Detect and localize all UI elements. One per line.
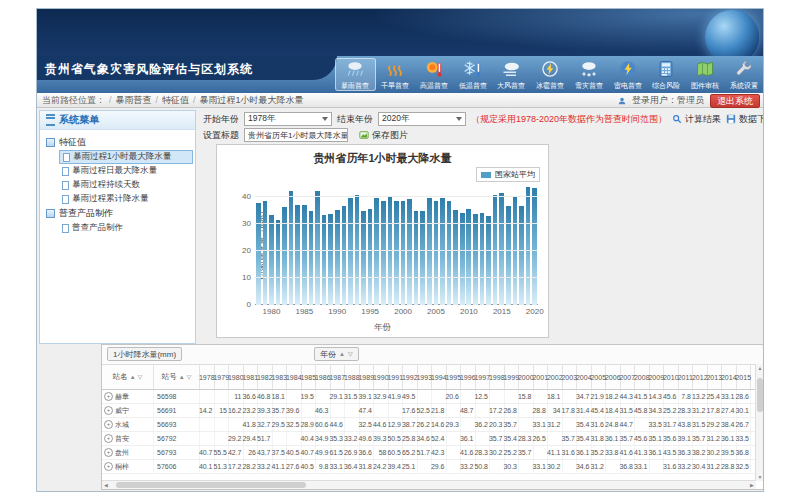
expand-row-icon[interactable]: + — [104, 392, 113, 401]
sidebar-item[interactable]: 暴雨过程持续天数 — [59, 178, 193, 192]
chart-bar[interactable] — [453, 210, 458, 305]
chart-bar[interactable] — [302, 205, 307, 305]
chart-bar[interactable] — [440, 198, 445, 305]
chart-bar[interactable] — [342, 206, 347, 305]
scroll-up-icon[interactable]: ▲ — [756, 364, 764, 372]
logout-button[interactable]: 退出系统 — [710, 94, 760, 108]
column-header-year[interactable]: 2007 — [621, 365, 636, 389]
column-header-year[interactable]: 1998 — [490, 365, 505, 389]
column-header-year[interactable]: 2013 — [708, 365, 723, 389]
sort-asc-icon[interactable]: ▲ — [339, 351, 345, 357]
chart-bar[interactable] — [460, 213, 465, 305]
vertical-scroll-thumb[interactable] — [757, 378, 763, 412]
column-header-year[interactable]: 2008 — [635, 365, 650, 389]
breadcrumb-part[interactable]: 特征值 — [162, 94, 189, 107]
column-header-year[interactable]: 2001 — [534, 365, 549, 389]
sidebar-item[interactable]: 暴雨过程日最大降水量 — [59, 164, 193, 178]
column-header-year[interactable]: 1993 — [418, 365, 433, 389]
chart-bar[interactable] — [506, 206, 511, 305]
column-header-year[interactable]: 1991 — [389, 365, 404, 389]
chart-bar[interactable] — [480, 213, 485, 305]
chart-bar[interactable] — [315, 191, 320, 305]
chart-bar[interactable] — [499, 193, 504, 306]
column-header-year[interactable]: 1992 — [403, 365, 418, 389]
chart-bar[interactable] — [388, 197, 393, 305]
sidebar-item[interactable]: 普查产品制作 — [59, 221, 193, 235]
nav-item-9[interactable]: 综合风险 — [647, 58, 686, 91]
column-header-year[interactable]: 1986 — [316, 365, 331, 389]
chart-bar[interactable] — [401, 201, 406, 305]
column-header-year[interactable]: 2010 — [664, 365, 679, 389]
column-header-year[interactable]: 1988 — [345, 365, 360, 389]
column-header-year[interactable]: 1999 — [505, 365, 520, 389]
expand-row-icon[interactable]: + — [104, 406, 113, 415]
horizontal-scroll-thumb[interactable] — [116, 482, 306, 488]
nav-item-1[interactable]: 暴雨普查 — [335, 58, 376, 91]
chart-bar[interactable] — [374, 198, 379, 305]
column-header-year[interactable]: 1995 — [447, 365, 462, 389]
chart-bar[interactable] — [381, 201, 386, 305]
chart-bar[interactable] — [394, 201, 399, 305]
column-header-year[interactable]: 1980 — [229, 365, 244, 389]
table-horizontal-scrollbar[interactable]: ◀ ▶ — [102, 480, 756, 489]
column-header-year[interactable]: 2005 — [592, 365, 607, 389]
chart-title-input[interactable]: 贵州省历年1小时最大降水量 — [244, 128, 348, 142]
filter-icon[interactable]: ▽ — [348, 351, 353, 357]
nav-item-6[interactable]: 冰雹普查 — [531, 58, 570, 91]
nav-item-2[interactable]: 干旱普查 — [376, 58, 415, 91]
sidebar-item[interactable]: 暴雨过程1小时最大降水量 — [59, 150, 193, 164]
chart-bar[interactable] — [519, 206, 524, 305]
scroll-down-icon[interactable]: ▼ — [756, 473, 764, 481]
chart-bar[interactable] — [434, 201, 439, 305]
filter-icon[interactable]: ▽ — [138, 374, 143, 380]
measure-field-pill[interactable]: 1小时降水量(mm) — [107, 347, 182, 361]
column-header-year[interactable]: 2012 — [693, 365, 708, 389]
sort-asc-icon[interactable]: ▲ — [130, 374, 136, 380]
scroll-right-icon[interactable]: ▶ — [748, 481, 756, 489]
chart-bar[interactable] — [526, 187, 531, 305]
column-header-year[interactable]: 1979 — [215, 365, 230, 389]
expand-row-icon[interactable]: + — [104, 420, 113, 429]
column-header-year[interactable]: 1984 — [287, 365, 302, 389]
column-header-year[interactable]: 1994 — [432, 365, 447, 389]
column-header-year[interactable]: 2004 — [577, 365, 592, 389]
chart-bar[interactable] — [427, 198, 432, 305]
column-header-year[interactable]: 2000 — [519, 365, 534, 389]
chart-bar[interactable] — [407, 199, 412, 305]
column-header-year[interactable]: 1985 — [302, 365, 317, 389]
chart-bar[interactable] — [256, 203, 261, 305]
chart-bar[interactable] — [309, 211, 314, 305]
expand-row-icon[interactable]: + — [104, 434, 113, 443]
scroll-left-icon[interactable]: ◀ — [102, 481, 110, 489]
breadcrumb-part[interactable]: 暴雨过程1小时最大降水量 — [200, 94, 304, 107]
chart-bar[interactable] — [289, 191, 294, 305]
column-header-station-name[interactable]: 站名▲▽ — [102, 365, 154, 389]
sort-asc-icon[interactable]: ▲ — [179, 374, 185, 380]
column-header-year[interactable]: 2003 — [563, 365, 578, 389]
chart-bar[interactable] — [328, 214, 333, 305]
chart-bar[interactable] — [322, 215, 327, 305]
chart-bar[interactable] — [447, 201, 452, 305]
nav-item-5[interactable]: 大风普查 — [492, 58, 531, 91]
column-header-year[interactable]: 1982 — [258, 365, 273, 389]
column-header-year[interactable]: 1997 — [476, 365, 491, 389]
chart-bar[interactable] — [414, 211, 419, 305]
chart-bar[interactable] — [532, 188, 537, 305]
start-year-select[interactable]: 1978年 — [244, 112, 332, 126]
column-field-pill[interactable]: 年份 ▲ ▽ — [314, 347, 359, 361]
expand-row-icon[interactable]: + — [104, 462, 113, 471]
chart-bar[interactable] — [263, 201, 268, 305]
table-vertical-scrollbar[interactable]: ▲ ▼ — [755, 364, 764, 481]
column-header-year[interactable]: 1983 — [273, 365, 288, 389]
column-header-year[interactable]: 1978 — [200, 365, 215, 389]
nav-item-7[interactable]: 雪灾普查 — [569, 58, 608, 91]
column-header-year[interactable]: 2015 — [737, 365, 752, 389]
chart-bar[interactable] — [269, 215, 274, 305]
column-header-year[interactable]: 2014 — [722, 365, 737, 389]
expand-row-icon[interactable]: + — [104, 448, 113, 457]
chart-bar[interactable] — [335, 210, 340, 305]
nav-item-8[interactable]: 雷电普查 — [608, 58, 647, 91]
chart-bar[interactable] — [361, 211, 366, 305]
column-header-year[interactable]: 1989 — [360, 365, 375, 389]
chart-legend[interactable]: 国家站平均 — [476, 167, 540, 182]
